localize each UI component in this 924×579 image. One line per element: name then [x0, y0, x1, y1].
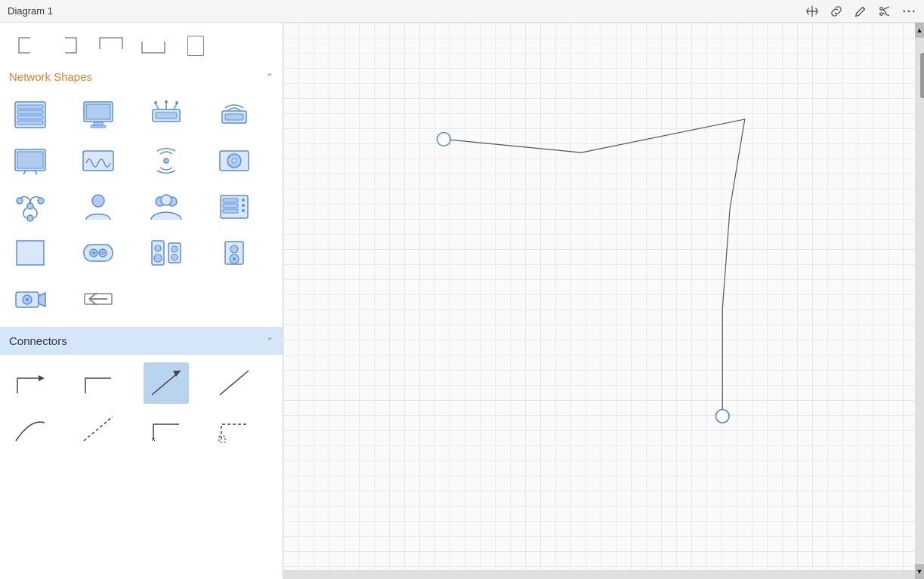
svg-rect-26 [17, 152, 43, 168]
signal-tower-shape[interactable] [144, 140, 189, 181]
svg-rect-22 [156, 112, 177, 119]
arrow-left-shape[interactable] [76, 278, 121, 319]
svg-rect-12 [86, 104, 110, 119]
camera-shape[interactable] [8, 278, 53, 319]
svg-point-41 [161, 195, 172, 205]
svg-point-38 [92, 195, 104, 207]
svg-line-16 [156, 103, 159, 109]
svg-point-68 [233, 257, 236, 260]
svg-point-64 [172, 254, 178, 260]
bracket-bottom-shape[interactable] [134, 30, 172, 60]
scroll-thumb[interactable] [920, 53, 924, 98]
main-area: Network Shapes ⌃ [0, 23, 924, 579]
link-icon[interactable] [829, 4, 844, 19]
svg-point-21 [175, 101, 178, 104]
router-shape[interactable] [144, 94, 189, 135]
more-icon[interactable] [901, 4, 916, 19]
svg-point-35 [17, 198, 23, 204]
curve-connector[interactable] [8, 408, 53, 450]
bracket-right-shape[interactable] [50, 30, 88, 60]
edit-icon[interactable] [853, 4, 868, 19]
diagonal-plain-connector[interactable] [212, 362, 257, 404]
move-icon[interactable] [805, 4, 820, 19]
svg-rect-50 [84, 245, 113, 261]
elbow-arrow-connector[interactable] [8, 362, 53, 404]
svg-point-61 [154, 254, 162, 262]
elbow-connector-2[interactable] [144, 408, 189, 450]
svg-point-48 [242, 209, 245, 212]
wireless-ap-shape[interactable] [212, 94, 257, 135]
svg-point-63 [172, 246, 178, 252]
svg-point-58 [104, 252, 105, 254]
svg-rect-10 [17, 121, 43, 125]
svg-point-60 [155, 245, 161, 251]
dashed-elbow-connector[interactable] [212, 408, 257, 450]
scissors-icon[interactable] [877, 4, 892, 19]
grid-background [283, 23, 915, 570]
svg-point-3 [908, 10, 910, 12]
svg-rect-13 [94, 122, 103, 125]
modem-shape[interactable] [76, 140, 121, 181]
diagram-svg [283, 23, 915, 570]
svg-rect-45 [223, 209, 238, 213]
diagonal-connector[interactable] [144, 362, 189, 404]
network-shapes-grid [0, 89, 283, 327]
svg-rect-5 [188, 36, 204, 56]
disc-drive-shape[interactable] [212, 140, 257, 181]
horizontal-scrollbar[interactable] [283, 570, 915, 579]
svg-point-52 [99, 249, 107, 257]
square-shape[interactable] [8, 232, 53, 273]
svg-point-36 [38, 198, 44, 204]
group-users-shape[interactable] [144, 186, 189, 227]
svg-point-30 [164, 159, 168, 163]
svg-point-56 [102, 254, 104, 255]
svg-rect-80 [219, 436, 225, 442]
network-shapes-collapse-icon: ⌃ [266, 72, 273, 82]
svg-rect-7 [17, 105, 43, 109]
scroll-down-button[interactable]: ▼ [915, 564, 924, 579]
svg-point-81 [437, 133, 451, 146]
tv-monitor-shape[interactable] [8, 140, 53, 181]
svg-rect-8 [17, 110, 43, 114]
bracket-left-shape[interactable] [8, 30, 45, 60]
svg-marker-73 [39, 375, 45, 381]
svg-point-33 [232, 159, 236, 163]
top-shapes-area [0, 23, 283, 64]
scroll-up-button[interactable]: ▲ [915, 23, 924, 38]
biohazard-shape[interactable] [8, 186, 53, 227]
vertical-scrollbar[interactable]: ▲ ▼ [915, 23, 924, 579]
svg-rect-9 [17, 115, 43, 119]
svg-rect-14 [91, 125, 106, 128]
network-shapes-header[interactable]: Network Shapes ⌃ [0, 64, 283, 89]
svg-line-18 [174, 103, 177, 109]
svg-rect-24 [225, 114, 243, 120]
svg-point-37 [27, 215, 33, 221]
connectors-collapse-icon: ⌃ [266, 336, 273, 346]
canvas-area[interactable]: ▲ ▼ [283, 23, 924, 579]
svg-point-47 [242, 204, 245, 207]
connectors-label: Connectors [9, 334, 67, 347]
connectors-grid [0, 355, 283, 457]
left-panel: Network Shapes ⌃ [0, 23, 283, 579]
right-angle-connector[interactable] [76, 362, 121, 404]
svg-rect-44 [223, 204, 238, 208]
server-rack-shape[interactable] [8, 94, 53, 135]
svg-point-4 [913, 10, 915, 12]
diagram-title: Diagram 1 [8, 5, 53, 17]
user-shape[interactable] [76, 186, 121, 227]
document-shape[interactable] [177, 30, 215, 60]
speakers-shape[interactable] [144, 232, 189, 273]
svg-rect-43 [223, 199, 238, 202]
dashed-connector[interactable] [76, 408, 121, 450]
svg-point-46 [242, 199, 245, 202]
connectors-header[interactable]: Connectors ⌃ [0, 327, 283, 355]
svg-point-57 [100, 252, 102, 254]
controller-shape[interactable] [76, 232, 121, 273]
speaker-shape[interactable] [212, 232, 257, 273]
network-shapes-label: Network Shapes [9, 70, 92, 83]
desktop-monitor-shape[interactable] [76, 94, 121, 135]
title-bar: Diagram 1 [0, 0, 924, 23]
bracket-top-shape[interactable] [92, 30, 130, 60]
svg-point-55 [102, 251, 104, 252]
server-unit-shape[interactable] [212, 186, 257, 227]
